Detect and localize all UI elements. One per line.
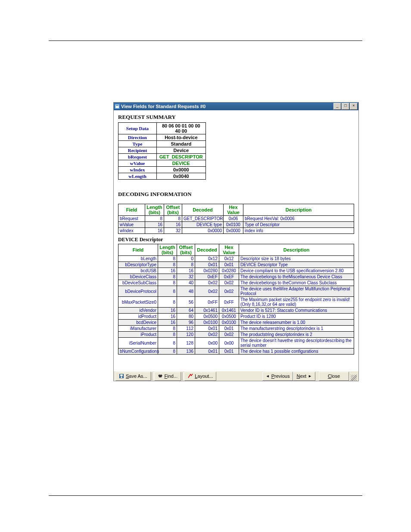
cell: wIndex bbox=[118, 228, 145, 234]
cell: bLength bbox=[118, 256, 158, 262]
cell: 16 bbox=[158, 320, 177, 326]
table-row: idProduct16800x05000x0500Product ID is 1… bbox=[118, 314, 354, 320]
cell: 0x12 bbox=[195, 256, 219, 262]
minimize-button[interactable]: _ bbox=[333, 103, 341, 110]
summary-label: Type bbox=[118, 141, 157, 147]
cell: 0x01 bbox=[195, 348, 219, 355]
close-button[interactable]: × bbox=[350, 103, 358, 110]
cell: 0x00 bbox=[219, 338, 239, 348]
cell: 0x0280 bbox=[195, 268, 219, 274]
cell: bcdUSB bbox=[118, 268, 158, 274]
cell: 8 bbox=[164, 216, 182, 222]
summary-value: 0x0000 bbox=[157, 167, 206, 173]
decode-table: FieldLength(bits)Offset(bits)DecodedHex … bbox=[118, 204, 354, 234]
table-row: wIndex16320x00000x0000index info bbox=[118, 228, 354, 234]
summary-table: Setup Data80 06 00 01 00 00 40 00Directi… bbox=[118, 122, 206, 180]
cell: 8 bbox=[145, 216, 164, 222]
summary-label: Recipient bbox=[118, 147, 157, 154]
layout-icon bbox=[188, 373, 193, 379]
table-row: bDescriptorType880x010x01DEVICE Descript… bbox=[118, 262, 354, 268]
layout-button[interactable]: Layout... bbox=[184, 372, 216, 381]
cell: The device has 1 possible configurations bbox=[239, 348, 354, 355]
cell: 8 bbox=[158, 256, 177, 262]
cell: 16 bbox=[177, 268, 195, 274]
close-dialog-button[interactable]: Close bbox=[319, 372, 349, 381]
cell: 0x01 bbox=[219, 262, 239, 268]
table-row: bMaxPacketSize08560xFF0xFFThe Maximum pa… bbox=[118, 297, 354, 308]
cell: 16 bbox=[164, 222, 182, 228]
cell: 0x0100 bbox=[224, 222, 243, 228]
summary-value: 80 06 00 01 00 00 40 00 bbox=[157, 123, 206, 134]
titlebar: View Fields for Standard Requests #0 _ □… bbox=[114, 103, 358, 110]
column-header: Offset(bits) bbox=[177, 244, 195, 256]
cell: DEVICE type bbox=[182, 222, 224, 228]
cell: 0x0000 bbox=[182, 228, 224, 234]
maximize-button[interactable]: □ bbox=[342, 103, 349, 110]
cell: The device doesn't havethe string descri… bbox=[239, 338, 354, 348]
column-header: Field bbox=[118, 204, 145, 216]
cell: Vendor ID is 5217: Staccato Communicatio… bbox=[239, 308, 354, 314]
cell: 0x0500 bbox=[219, 314, 239, 320]
cell: 0x01 bbox=[195, 262, 219, 268]
cell: bDeviceSubClass bbox=[118, 280, 158, 286]
summary-row: wIndex0x0000 bbox=[118, 167, 206, 173]
column-header: Length(bits) bbox=[145, 204, 164, 216]
cell: 0x02 bbox=[195, 286, 219, 297]
cell: 0xFF bbox=[219, 297, 239, 308]
summary-value: 0x0040 bbox=[157, 173, 206, 180]
cell: 0x1461 bbox=[219, 308, 239, 314]
cell: 16 bbox=[158, 308, 177, 314]
device-descriptor-table: FieldLength(bits)Offset(bits)DecodedHex … bbox=[118, 244, 354, 355]
cell: 8 bbox=[158, 297, 177, 308]
find-button[interactable]: Find... bbox=[154, 372, 181, 381]
cell: bDeviceProtocol bbox=[118, 286, 158, 297]
summary-label: wValue bbox=[118, 160, 157, 167]
cell: 0x02 bbox=[195, 332, 219, 338]
cell: Descriptor size is 18 bytes bbox=[239, 256, 354, 262]
cell: 0x02 bbox=[219, 332, 239, 338]
cell: bRequest bbox=[118, 216, 145, 222]
cell: 0x06 bbox=[224, 216, 243, 222]
cell: The productstring descriptorindex is 2 bbox=[239, 332, 354, 338]
cell: 0x0000 bbox=[224, 228, 243, 234]
svg-rect-2 bbox=[116, 105, 118, 106]
cell: 8 bbox=[158, 274, 177, 280]
summary-label: Direction bbox=[118, 134, 157, 141]
cell: bDeviceClass bbox=[118, 274, 158, 280]
save-icon bbox=[119, 373, 124, 379]
saveas-button[interactable]: Save As... bbox=[115, 372, 151, 381]
summary-row: bRequestGET_DESCRIPTOR bbox=[118, 154, 206, 160]
cell: 32 bbox=[164, 228, 182, 234]
cell: 0x0100 bbox=[195, 320, 219, 326]
resize-grip[interactable] bbox=[351, 375, 357, 381]
cell: The device uses theWire Adapter Multifun… bbox=[239, 286, 354, 297]
cell: 48 bbox=[177, 286, 195, 297]
cell: bRequest HexVal: 0x0006 bbox=[243, 216, 354, 222]
cell: The manufacturerstring descriptorindex i… bbox=[239, 326, 354, 332]
section-device-descriptor: DEVICE Descriptor bbox=[118, 236, 354, 243]
svg-rect-5 bbox=[121, 376, 122, 378]
column-header: Description bbox=[239, 244, 354, 256]
section-decoding-info: DECODING INFORMATION bbox=[118, 191, 354, 198]
summary-value: Host-to-device bbox=[157, 134, 206, 141]
cell: The device releasenumber is 1.00 bbox=[239, 320, 354, 326]
summary-value: GET_DESCRIPTOR bbox=[157, 154, 206, 160]
dialog-window: View Fields for Standard Requests #0 _ □… bbox=[113, 102, 359, 381]
cell: 80 bbox=[177, 314, 195, 320]
summary-label: wLength bbox=[118, 173, 157, 180]
column-header: Offset(bits) bbox=[164, 204, 182, 216]
arrow-right-icon: ► bbox=[308, 374, 312, 378]
cell: 0xEF bbox=[195, 274, 219, 280]
cell: bMaxPacketSize0 bbox=[118, 297, 158, 308]
summary-row: RecipientDevice bbox=[118, 147, 206, 154]
cell: 120 bbox=[177, 332, 195, 338]
cell: bNumConfigurations bbox=[118, 348, 158, 355]
cell: 0x00 bbox=[195, 338, 219, 348]
table-row: bNumConfigurations81360x010x01The device… bbox=[118, 348, 354, 355]
previous-button[interactable]: ◄ Previous bbox=[262, 372, 293, 381]
next-button[interactable]: Next ► bbox=[293, 372, 315, 381]
cell: iSerialNumber bbox=[118, 338, 158, 348]
svg-rect-4 bbox=[120, 374, 123, 376]
cell: 64 bbox=[177, 308, 195, 314]
table-row: bDeviceSubClass8400x020x02The devicebelo… bbox=[118, 280, 354, 286]
